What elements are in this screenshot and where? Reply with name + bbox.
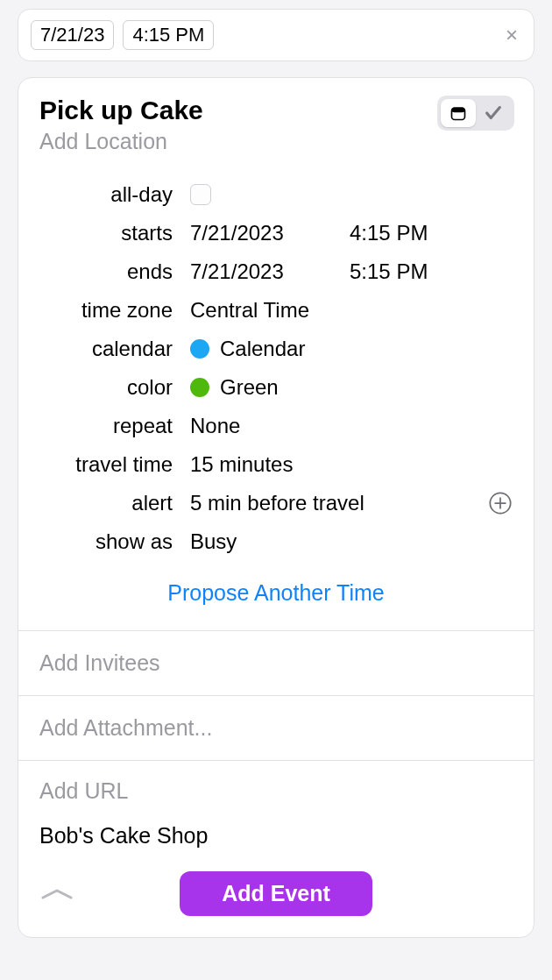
starts-time[interactable]: 4:15 PM <box>350 221 428 245</box>
ends-label: ends <box>39 259 190 284</box>
calendar-color-dot <box>190 339 209 359</box>
checkmark-icon <box>484 103 503 123</box>
calendar-mode-button[interactable] <box>441 99 476 127</box>
chevron-up-icon[interactable] <box>39 887 74 901</box>
calendar-icon <box>449 104 467 122</box>
alert-label: alert <box>39 491 190 515</box>
location-field[interactable]: Add Location <box>39 129 513 154</box>
repeat-row: repeat None <box>39 407 513 445</box>
calendar-value[interactable]: Calendar <box>190 337 513 361</box>
propose-time-row: Propose Another Time <box>39 561 513 606</box>
attachment-placeholder: Add Attachment... <box>39 715 513 741</box>
event-card: Pick up Cake Add Location all-day <box>18 77 534 938</box>
mode-toggle[interactable] <box>437 96 514 131</box>
timezone-label: time zone <box>39 298 190 323</box>
repeat-label: repeat <box>39 414 190 438</box>
color-label: color <box>39 375 190 400</box>
time-chip[interactable]: 4:15 PM <box>123 20 214 50</box>
attachment-section[interactable]: Add Attachment... <box>18 695 534 760</box>
alert-row: alert 5 min before travel <box>39 484 513 522</box>
url-field[interactable]: Add URL <box>39 778 513 804</box>
timezone-value[interactable]: Central Time <box>190 298 513 323</box>
all-day-row: all-day <box>39 175 513 214</box>
all-day-checkbox[interactable] <box>190 184 211 205</box>
color-dot <box>190 378 209 397</box>
reminder-mode-button[interactable] <box>476 99 511 127</box>
starts-row: starts 7/21/2023 4:15 PM <box>39 214 513 252</box>
timezone-row: time zone Central Time <box>39 291 513 330</box>
travel-value[interactable]: 15 minutes <box>190 452 513 477</box>
ends-row: ends 7/21/2023 5:15 PM <box>39 252 513 291</box>
event-details: all-day starts 7/21/2023 4:15 PM ends 7/… <box>18 165 534 630</box>
notes-field[interactable]: Bob's Cake Shop <box>39 823 513 849</box>
travel-label: travel time <box>39 452 190 477</box>
propose-time-link[interactable]: Propose Another Time <box>167 580 384 605</box>
color-row: color Green <box>39 368 513 407</box>
starts-date[interactable]: 7/21/2023 <box>190 221 339 245</box>
svg-rect-1 <box>452 108 465 112</box>
footer-row: Add Event <box>39 871 513 916</box>
show-as-value[interactable]: Busy <box>190 529 513 554</box>
quick-entry-bar[interactable]: 7/21/23 4:15 PM × <box>18 9 534 61</box>
calendar-row: calendar Calendar <box>39 330 513 368</box>
show-as-row: show as Busy <box>39 522 513 561</box>
calendar-name: Calendar <box>220 337 305 361</box>
invitees-placeholder: Add Invitees <box>39 650 513 676</box>
url-notes-section: Add URL Bob's Cake Shop Add Event <box>18 760 534 937</box>
color-value[interactable]: Green <box>190 375 513 400</box>
close-icon[interactable]: × <box>506 25 518 46</box>
color-name: Green <box>220 375 279 400</box>
add-event-button[interactable]: Add Event <box>180 871 372 916</box>
ends-time[interactable]: 5:15 PM <box>350 259 428 284</box>
add-alert-icon[interactable] <box>488 491 513 515</box>
calendar-label: calendar <box>39 337 190 361</box>
all-day-label: all-day <box>39 182 190 207</box>
show-as-label: show as <box>39 529 190 554</box>
travel-row: travel time 15 minutes <box>39 445 513 484</box>
ends-date[interactable]: 7/21/2023 <box>190 259 339 284</box>
date-chip[interactable]: 7/21/23 <box>31 20 114 50</box>
invitees-section[interactable]: Add Invitees <box>18 630 534 695</box>
starts-label: starts <box>39 221 190 245</box>
repeat-value[interactable]: None <box>190 414 513 438</box>
event-header: Pick up Cake Add Location <box>18 78 534 165</box>
alert-value[interactable]: 5 min before travel <box>190 491 364 515</box>
